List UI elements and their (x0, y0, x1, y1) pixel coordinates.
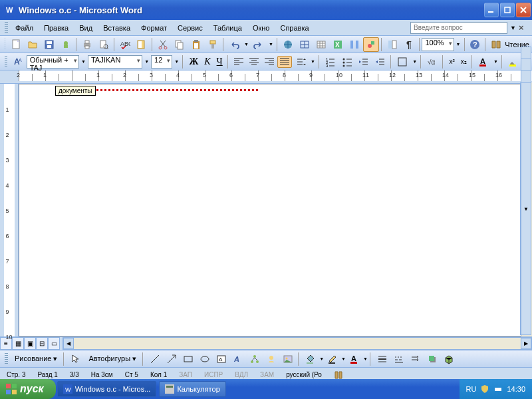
askbox-dropdown-icon[interactable]: ▼ (510, 25, 516, 31)
menu-insert[interactable]: Вставка (98, 22, 136, 34)
line-spacing-dropdown-icon[interactable]: ▼ (309, 59, 317, 64)
open-icon[interactable] (25, 37, 41, 52)
grip-handle[interactable] (5, 353, 8, 365)
drawing-toolbar-toggle-icon[interactable] (363, 37, 379, 52)
spelling-icon[interactable]: ABC (117, 37, 133, 52)
help-question-input[interactable] (410, 22, 507, 34)
increase-indent-icon[interactable] (372, 55, 388, 69)
printer-tray-icon[interactable] (493, 384, 503, 394)
arrow-icon[interactable] (164, 352, 180, 366)
print-icon[interactable] (79, 37, 95, 52)
show-hide-icon[interactable]: ¶ (401, 37, 417, 52)
undo-icon[interactable] (226, 37, 242, 52)
line-color-icon[interactable] (325, 352, 340, 366)
style-dropdown-icon[interactable]: ▼ (80, 59, 87, 64)
zoom-dropdown-icon[interactable]: ▼ (455, 42, 462, 47)
line-icon[interactable] (147, 352, 163, 366)
font-dropdown-icon[interactable]: ▼ (143, 59, 150, 64)
status-rec[interactable]: ЗАП (176, 371, 195, 378)
line-spacing-icon[interactable] (293, 55, 309, 69)
menu-view[interactable]: Вид (74, 22, 98, 34)
insert-table-icon[interactable] (313, 37, 329, 52)
menu-table[interactable]: Таблица (208, 22, 247, 34)
borders-icon[interactable] (394, 55, 410, 69)
redo-dropdown-icon[interactable]: ▼ (267, 42, 275, 47)
scroll-left-icon[interactable]: ◀ (63, 338, 74, 349)
menu-window[interactable]: Окно (247, 22, 275, 34)
insert-picture-icon[interactable] (280, 352, 296, 366)
browse-next-icon[interactable]: ▼ (521, 82, 531, 335)
menu-edit[interactable]: Правка (39, 22, 74, 34)
vertical-scrollbar[interactable]: ▲ ▼ ▲ ○ ▼ (520, 82, 532, 335)
permission-icon[interactable] (58, 37, 74, 52)
taskbar-word-button[interactable]: W Windows o.c - Micros... (57, 381, 157, 397)
scroll-right-icon[interactable]: ▶ (521, 338, 531, 349)
maximize-button[interactable] (500, 3, 515, 17)
copy-icon[interactable] (172, 37, 188, 52)
status-ext[interactable]: ВДЛ (232, 371, 251, 378)
linecolor-dropdown-icon[interactable]: ▼ (341, 356, 346, 361)
borders-dropdown-icon[interactable]: ▼ (411, 59, 418, 64)
minimize-button[interactable] (484, 3, 499, 17)
horizontal-ruler[interactable]: 211234567891011121314151617 (0, 70, 532, 84)
menu-tools[interactable]: Сервис (172, 22, 208, 34)
subscript-button[interactable]: x₂ (458, 56, 469, 67)
dash-style-icon[interactable] (391, 352, 407, 366)
close-button[interactable] (516, 3, 531, 17)
styles-pane-icon[interactable]: AA (10, 55, 26, 69)
rectangle-icon[interactable] (180, 352, 196, 366)
diagram-icon[interactable] (247, 352, 263, 366)
grip-handle[interactable] (5, 39, 5, 51)
grip-handle[interactable] (5, 22, 8, 34)
undo-dropdown-icon[interactable]: ▼ (243, 42, 250, 47)
web-layout-icon[interactable]: ▦ (12, 337, 24, 350)
highlight-icon[interactable] (505, 55, 521, 69)
autoshapes-menu[interactable]: Автофигуры ▾ (84, 353, 140, 364)
superscript-button[interactable]: x² (446, 56, 457, 67)
start-button[interactable]: пуск (0, 379, 56, 399)
fill-dropdown-icon[interactable]: ▼ (319, 356, 324, 361)
menu-format[interactable]: Формат (136, 22, 172, 34)
line-style-icon[interactable] (374, 352, 390, 366)
italic-button[interactable]: К (201, 55, 213, 68)
equation-icon[interactable]: √α (424, 55, 440, 69)
status-language[interactable]: русский (Ро (283, 371, 325, 378)
save-icon[interactable] (41, 37, 57, 52)
shadow-style-icon[interactable] (424, 352, 440, 366)
zoom-select[interactable]: 100% (422, 38, 454, 51)
cut-icon[interactable] (155, 37, 171, 52)
status-ovr[interactable]: ЗАМ (257, 371, 277, 378)
new-document-icon[interactable] (8, 37, 24, 52)
outline-view-icon[interactable]: ⊟ (36, 337, 48, 350)
reading-layout-icon[interactable] (488, 37, 504, 52)
taskbar-calc-button[interactable]: Калькулятор (159, 381, 225, 397)
status-trk[interactable]: ИСПР (201, 371, 225, 378)
help-icon[interactable]: ? (467, 37, 483, 52)
wordart-icon[interactable]: A (230, 352, 246, 366)
columns-icon[interactable] (346, 37, 362, 52)
paste-icon[interactable] (188, 37, 204, 52)
font-color-draw-icon[interactable]: A (346, 352, 362, 366)
document-map-icon[interactable] (384, 37, 400, 52)
align-justify-button[interactable] (277, 56, 292, 68)
font-color-dropdown-icon[interactable]: ▼ (492, 59, 499, 64)
clock[interactable]: 14:30 (507, 385, 525, 393)
arrow-style-icon[interactable] (408, 352, 424, 366)
bold-button[interactable]: Ж (186, 55, 201, 68)
align-right-button[interactable] (262, 56, 277, 68)
fill-color-icon[interactable] (303, 352, 319, 366)
shield-icon[interactable] (480, 384, 489, 394)
hyperlink-icon[interactable] (280, 37, 296, 52)
font-select[interactable]: TAJIKAN (88, 55, 142, 68)
font-color-icon[interactable]: A (475, 55, 491, 69)
font-size-select[interactable]: 12 (151, 55, 172, 68)
grip-handle[interactable] (5, 56, 7, 68)
size-dropdown-icon[interactable]: ▼ (173, 59, 180, 64)
style-select[interactable]: Обычный + TAJ (27, 55, 79, 68)
clipart-icon[interactable] (263, 352, 279, 366)
underline-button[interactable]: Ч (214, 55, 225, 68)
language-indicator[interactable]: RU (466, 385, 477, 393)
align-center-button[interactable] (247, 56, 261, 68)
menu-help[interactable]: Справка (275, 22, 314, 34)
document-page[interactable]: документы (19, 84, 521, 336)
